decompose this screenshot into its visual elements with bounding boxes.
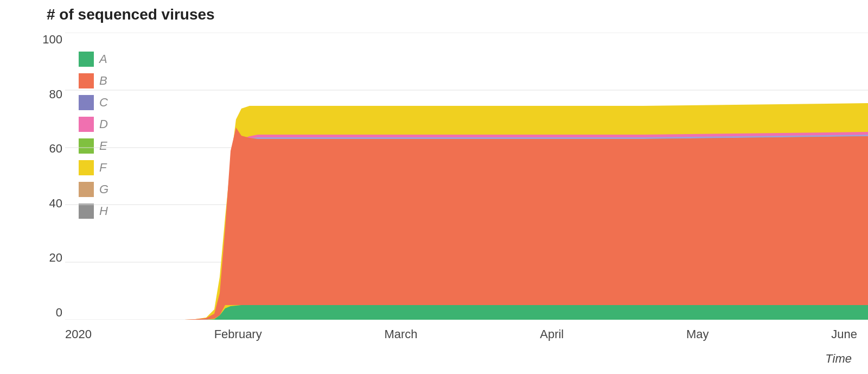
x-label-2020: 2020 [65,327,92,341]
x-label-june: June [831,327,857,341]
plot-area [65,33,868,320]
x-axis: 2020 February March April May June [65,327,868,341]
chart-container: # of sequenced viruses 100 80 60 40 20 0… [0,0,868,374]
y-label-40: 40 [49,196,62,211]
y-label-60: 60 [49,142,62,156]
area-A [65,305,868,320]
x-label-april: April [540,327,564,341]
x-label-may: May [686,327,709,341]
x-label-march: March [384,327,417,341]
area-B [65,128,868,320]
y-label-100: 100 [42,33,62,47]
chart-svg [65,33,868,320]
chart-title: # of sequenced viruses [47,6,215,23]
x-label-february: February [214,327,262,341]
y-label-0: 0 [56,306,62,320]
y-axis: 100 80 60 40 20 0 [33,33,62,320]
y-label-80: 80 [49,87,62,102]
y-label-20: 20 [49,251,62,265]
x-time-label: Time [825,352,852,366]
